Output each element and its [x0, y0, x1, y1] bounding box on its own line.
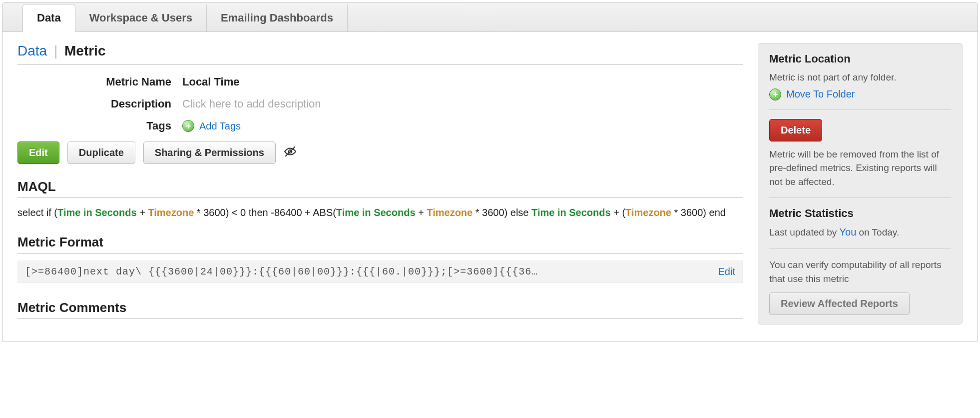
- metric-format-edit-link[interactable]: Edit: [718, 266, 735, 278]
- tok-time-in-seconds: Time in Seconds: [531, 207, 611, 218]
- maql-text: +: [416, 207, 427, 218]
- value-metric-name: Local Time: [182, 76, 240, 88]
- label-tags: Tags: [17, 120, 182, 132]
- action-row: Edit Duplicate Sharing & Permissions: [17, 142, 743, 164]
- metric-statistics-heading: Metric Statistics: [769, 207, 951, 220]
- main-column: Data | Metric Metric Name Local Time Des…: [17, 43, 743, 326]
- tok-timezone: Timezone: [625, 207, 671, 218]
- row-metric-name: Metric Name Local Time: [17, 76, 743, 88]
- verify-text: You can verify computability of all repo…: [769, 258, 951, 286]
- delete-note: Metric will be be removed from the list …: [769, 148, 951, 189]
- plus-icon: +: [182, 120, 194, 132]
- row-description: Description Click here to add descriptio…: [17, 98, 743, 110]
- top-tabs: Data Workspace & Users Emailing Dashboar…: [2, 2, 978, 32]
- breadcrumb: Data | Metric: [17, 43, 743, 64]
- tok-timezone: Timezone: [427, 207, 473, 218]
- move-to-folder-link[interactable]: Move To Folder: [786, 88, 855, 100]
- tab-emailing-dashboards[interactable]: Emailing Dashboards: [207, 4, 348, 32]
- side-panel: Metric Location Metric is not part of an…: [758, 43, 963, 324]
- divider: [769, 198, 951, 198]
- tab-workspace-users[interactable]: Workspace & Users: [75, 4, 207, 32]
- visibility-off-icon[interactable]: [284, 145, 297, 160]
- metric-format-heading: Metric Format: [17, 234, 743, 254]
- tok-time-in-seconds: Time in Seconds: [336, 207, 416, 218]
- page-body: Data | Metric Metric Name Local Time Des…: [2, 32, 978, 342]
- tok-time-in-seconds: Time in Seconds: [57, 207, 137, 218]
- tok-timezone: Timezone: [148, 207, 194, 218]
- metric-comments-heading: Metric Comments: [17, 300, 743, 319]
- add-tags-label: Add Tags: [199, 120, 241, 132]
- sharing-permissions-button[interactable]: Sharing & Permissions: [143, 142, 276, 164]
- maql-text: select if (: [17, 207, 57, 218]
- metric-location-heading: Metric Location: [769, 52, 951, 66]
- divider: [769, 248, 951, 249]
- metric-format-row: [>=86400]next day\ {{{3600|24|00}}}:{{{6…: [17, 260, 743, 283]
- delete-button[interactable]: Delete: [769, 119, 822, 142]
- stats-suffix: on Today.: [856, 227, 899, 238]
- metric-format-code: [>=86400]next day\ {{{3600|24|00}}}:{{{6…: [25, 266, 709, 278]
- label-metric-name: Metric Name: [17, 76, 182, 88]
- maql-text: * 3600) end: [671, 207, 726, 218]
- maql-text: * 3600) < 0 then -86400 + ABS(: [194, 207, 336, 218]
- review-affected-reports-button[interactable]: Review Affected Reports: [769, 292, 910, 315]
- maql-heading: MAQL: [17, 179, 743, 198]
- divider: [769, 110, 951, 110]
- side-column: Metric Location Metric is not part of an…: [758, 43, 963, 326]
- description-input[interactable]: Click here to add description: [182, 98, 321, 110]
- add-tags-link[interactable]: + Add Tags: [182, 120, 241, 132]
- tab-data[interactable]: Data: [22, 4, 75, 32]
- breadcrumb-root-link[interactable]: Data: [17, 43, 47, 58]
- maql-text: * 3600) else: [473, 207, 531, 218]
- metric-location-text: Metric is not part of any folder.: [769, 70, 951, 84]
- label-description: Description: [17, 98, 182, 110]
- stats-user-link[interactable]: You: [840, 226, 857, 238]
- metric-statistics-text: Last updated by You on Today.: [769, 225, 951, 240]
- stats-prefix: Last updated by: [769, 227, 840, 238]
- duplicate-button[interactable]: Duplicate: [67, 142, 135, 164]
- maql-text: + (: [611, 207, 625, 218]
- maql-expression: select if (Time in Seconds + Timezone * …: [17, 205, 743, 220]
- edit-button[interactable]: Edit: [17, 142, 59, 164]
- maql-text: +: [137, 207, 148, 218]
- row-tags: Tags + Add Tags: [17, 120, 743, 132]
- plus-icon: +: [769, 88, 781, 100]
- breadcrumb-separator: |: [54, 43, 57, 58]
- breadcrumb-current: Metric: [64, 43, 105, 58]
